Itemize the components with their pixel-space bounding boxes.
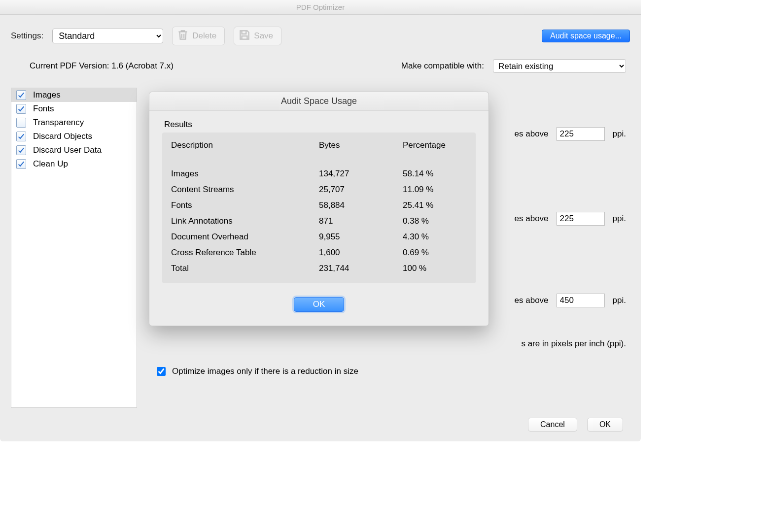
audit-space-usage-button[interactable]: Audit space usage... (542, 30, 630, 42)
ok-button[interactable]: OK (587, 418, 623, 432)
sidebar-checkbox[interactable] (16, 104, 26, 114)
results-row: Fonts58,88425.41 % (171, 198, 467, 213)
cell-bytes: 871 (319, 216, 403, 226)
save-button: Save (234, 27, 281, 45)
sidebar-item-fonts[interactable]: Fonts (11, 102, 137, 116)
ppi-row-1: es above ppi. (515, 127, 626, 141)
cell-percentage: 100 % (403, 264, 467, 273)
sidebar-checkbox[interactable] (16, 159, 26, 169)
cell-description: Document Overhead (171, 232, 319, 242)
sidebar-item-label: Discard User Data (33, 145, 102, 155)
dialog-footer: Cancel OK (0, 408, 641, 432)
cell-bytes: 58,884 (319, 200, 403, 210)
optimize-only-label: Optimize images only if there is a reduc… (172, 366, 358, 376)
cancel-button[interactable]: Cancel (528, 418, 577, 432)
audit-space-usage-dialog: Audit Space Usage Results Description By… (149, 92, 489, 326)
make-compatible-select[interactable]: Retain existing (493, 59, 626, 73)
ppi-unit: ppi. (613, 214, 626, 224)
cell-description: Cross Reference Table (171, 248, 319, 258)
ppi-input-2[interactable] (557, 212, 605, 226)
current-pdf-version-label: Current PDF Version: 1.6 (Acrobat 7.x) (30, 61, 174, 71)
sidebar-checkbox[interactable] (16, 132, 26, 141)
sidebar-item-label: Fonts (33, 104, 54, 114)
cell-description: Content Streams (171, 185, 319, 195)
delete-button: Delete (172, 27, 225, 45)
cell-description: Images (171, 169, 319, 179)
sidebar-item-label: Images (33, 90, 61, 100)
ppi-input-3[interactable] (557, 294, 605, 307)
cell-description: Link Annotations (171, 216, 319, 226)
col-bytes: Bytes (319, 140, 403, 150)
ppi-row-2: es above ppi. (515, 212, 626, 226)
delete-label: Delete (192, 31, 216, 41)
above-fragment: es above (515, 296, 549, 305)
cell-percentage: 0.38 % (403, 216, 467, 226)
results-label: Results (162, 120, 476, 133)
version-row: Current PDF Version: 1.6 (Acrobat 7.x) M… (0, 50, 641, 78)
pdf-optimizer-window: PDF Optimizer Settings: Standard Delete … (0, 0, 641, 441)
cell-description: Total (171, 264, 319, 273)
results-header: Description Bytes Percentage (171, 137, 467, 153)
cell-percentage: 0.69 % (403, 248, 467, 258)
results-row: Document Overhead9,9554.30 % (171, 229, 467, 245)
results-table: Description Bytes Percentage Images134,7… (162, 133, 476, 283)
make-compatible-label: Make compatible with: (401, 61, 493, 71)
above-fragment: es above (515, 129, 549, 139)
sidebar-checkbox[interactable] (16, 90, 26, 100)
ppi-note: s are in pixels per inch (ppi). (521, 339, 626, 349)
ppi-row-3: es above ppi. (515, 294, 626, 307)
window-title: PDF Optimizer (0, 0, 641, 15)
sidebar-item-label: Discard Objects (33, 132, 92, 141)
sidebar-checkbox[interactable] (16, 118, 26, 128)
results-row: Cross Reference Table1,6000.69 % (171, 245, 467, 261)
ppi-input-1[interactable] (557, 127, 605, 141)
cell-description: Fonts (171, 200, 319, 210)
category-sidebar: ImagesFontsTransparencyDiscard ObjectsDi… (11, 88, 137, 408)
ppi-unit: ppi. (613, 129, 626, 139)
sidebar-item-images[interactable]: Images (11, 88, 137, 102)
results-row: Total231,744100 % (171, 261, 467, 276)
sidebar-item-transparency[interactable]: Transparency (11, 116, 137, 130)
trash-icon (176, 29, 189, 44)
results-row: Link Annotations8710.38 % (171, 213, 467, 229)
cell-bytes: 1,600 (319, 248, 403, 258)
ppi-unit: ppi. (613, 296, 626, 305)
results-row: Images134,72758.14 % (171, 166, 467, 182)
modal-body: Results Description Bytes Percentage Ima… (149, 111, 489, 326)
cell-percentage: 11.09 % (403, 185, 467, 195)
sidebar-item-discard-objects[interactable]: Discard Objects (11, 130, 137, 143)
optimize-only-checkbox[interactable] (157, 367, 166, 376)
cell-bytes: 25,707 (319, 185, 403, 195)
results-row: Content Streams25,70711.09 % (171, 182, 467, 198)
cell-bytes: 231,744 (319, 264, 403, 273)
modal-ok-button[interactable]: OK (294, 297, 345, 312)
sidebar-item-clean-up[interactable]: Clean Up (11, 157, 137, 171)
save-label: Save (254, 31, 273, 41)
floppy-icon (238, 29, 251, 44)
toolbar: Settings: Standard Delete Save Audit spa… (0, 15, 641, 50)
cell-percentage: 4.30 % (403, 232, 467, 242)
optimize-only-if-reduction-row: Optimize images only if there is a reduc… (155, 366, 358, 377)
settings-select[interactable]: Standard (52, 29, 163, 43)
modal-title: Audit Space Usage (149, 92, 489, 111)
cell-bytes: 9,955 (319, 232, 403, 242)
col-percentage: Percentage (403, 140, 467, 150)
col-description: Description (171, 140, 319, 150)
cell-bytes: 134,727 (319, 169, 403, 179)
sidebar-checkbox[interactable] (16, 145, 26, 155)
cell-percentage: 25.41 % (403, 200, 467, 210)
above-fragment: es above (515, 214, 549, 224)
sidebar-item-label: Transparency (33, 118, 84, 128)
sidebar-item-label: Clean Up (33, 159, 68, 169)
settings-label: Settings: (11, 31, 43, 41)
cell-percentage: 58.14 % (403, 169, 467, 179)
sidebar-item-discard-user-data[interactable]: Discard User Data (11, 143, 137, 157)
